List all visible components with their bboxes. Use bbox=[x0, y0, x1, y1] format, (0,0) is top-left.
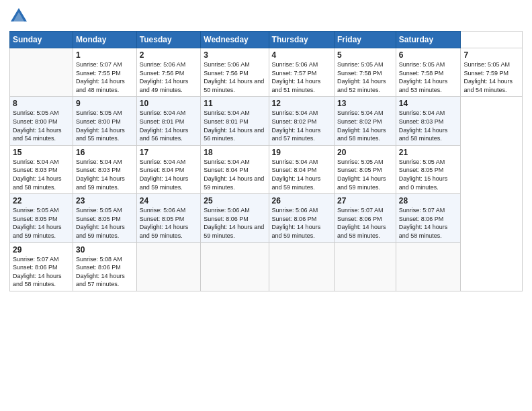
header-day-monday: Monday bbox=[73, 32, 137, 48]
day-number: 2 bbox=[140, 50, 197, 60]
day-info: Sunrise: 5:07 AMSunset: 8:06 PMDaylight:… bbox=[337, 207, 386, 239]
day-number: 20 bbox=[337, 148, 393, 157]
day-number: 7 bbox=[463, 50, 519, 60]
day-info: Sunrise: 5:05 AMSunset: 8:05 PMDaylight:… bbox=[76, 207, 125, 239]
day-number: 29 bbox=[13, 245, 70, 255]
calendar-cell bbox=[201, 242, 269, 291]
day-number: 21 bbox=[399, 148, 458, 157]
calendar-cell: 18Sunrise: 5:04 AMSunset: 8:04 PMDayligh… bbox=[201, 145, 269, 193]
day-info: Sunrise: 5:04 AMSunset: 8:01 PMDaylight:… bbox=[140, 109, 189, 142]
calendar-cell: 5Sunrise: 5:05 AMSunset: 7:58 PMDaylight… bbox=[335, 48, 396, 97]
day-info: Sunrise: 5:04 AMSunset: 8:03 PMDaylight:… bbox=[399, 109, 448, 142]
day-info: Sunrise: 5:06 AMSunset: 8:06 PMDaylight:… bbox=[204, 207, 264, 239]
calendar-cell: 22Sunrise: 5:05 AMSunset: 8:05 PMDayligh… bbox=[10, 194, 73, 242]
day-info: Sunrise: 5:05 AMSunset: 8:05 PMDaylight:… bbox=[13, 207, 62, 239]
day-number: 16 bbox=[76, 148, 134, 157]
day-info: Sunrise: 5:07 AMSunset: 8:06 PMDaylight:… bbox=[13, 256, 62, 288]
day-number: 26 bbox=[272, 196, 331, 205]
day-info: Sunrise: 5:05 AMSunset: 7:58 PMDaylight:… bbox=[399, 61, 448, 93]
calendar-week-row: 29Sunrise: 5:07 AMSunset: 8:06 PMDayligh… bbox=[10, 242, 523, 291]
day-info: Sunrise: 5:04 AMSunset: 8:01 PMDaylight:… bbox=[204, 109, 264, 142]
day-info: Sunrise: 5:07 AMSunset: 7:55 PMDaylight:… bbox=[76, 61, 125, 93]
day-number: 25 bbox=[204, 196, 265, 205]
calendar-cell bbox=[396, 242, 461, 291]
day-info: Sunrise: 5:07 AMSunset: 8:06 PMDaylight:… bbox=[399, 207, 448, 239]
calendar-cell: 20Sunrise: 5:05 AMSunset: 8:05 PMDayligh… bbox=[335, 145, 396, 193]
calendar-cell: 23Sunrise: 5:05 AMSunset: 8:05 PMDayligh… bbox=[73, 194, 137, 242]
calendar-cell bbox=[335, 242, 396, 291]
day-info: Sunrise: 5:06 AMSunset: 8:06 PMDaylight:… bbox=[272, 207, 321, 239]
day-number: 3 bbox=[204, 50, 265, 60]
calendar-cell: 21Sunrise: 5:05 AMSunset: 8:05 PMDayligh… bbox=[396, 145, 461, 193]
calendar-cell: 16Sunrise: 5:04 AMSunset: 8:03 PMDayligh… bbox=[73, 145, 137, 193]
calendar-cell: 15Sunrise: 5:04 AMSunset: 8:03 PMDayligh… bbox=[10, 145, 73, 193]
calendar-cell: 2Sunrise: 5:06 AMSunset: 7:56 PMDaylight… bbox=[136, 48, 200, 97]
calendar-cell: 7Sunrise: 5:05 AMSunset: 7:59 PMDaylight… bbox=[461, 48, 523, 97]
calendar-cell bbox=[136, 242, 200, 291]
day-info: Sunrise: 5:06 AMSunset: 7:56 PMDaylight:… bbox=[140, 61, 189, 93]
calendar-cell: 10Sunrise: 5:04 AMSunset: 8:01 PMDayligh… bbox=[136, 97, 200, 145]
header bbox=[9, 7, 523, 26]
day-info: Sunrise: 5:04 AMSunset: 8:04 PMDaylight:… bbox=[272, 158, 321, 191]
day-number: 22 bbox=[13, 196, 70, 205]
calendar-week-row: 22Sunrise: 5:05 AMSunset: 8:05 PMDayligh… bbox=[10, 194, 523, 242]
day-info: Sunrise: 5:04 AMSunset: 8:03 PMDaylight:… bbox=[76, 158, 125, 191]
day-number: 13 bbox=[337, 99, 393, 108]
day-number: 19 bbox=[272, 148, 331, 157]
calendar-week-row: 15Sunrise: 5:04 AMSunset: 8:03 PMDayligh… bbox=[10, 145, 523, 193]
day-info: Sunrise: 5:06 AMSunset: 7:57 PMDaylight:… bbox=[272, 61, 321, 93]
day-info: Sunrise: 5:05 AMSunset: 8:00 PMDaylight:… bbox=[13, 109, 62, 142]
calendar-cell: 6Sunrise: 5:05 AMSunset: 7:58 PMDaylight… bbox=[396, 48, 461, 97]
calendar-cell: 19Sunrise: 5:04 AMSunset: 8:04 PMDayligh… bbox=[269, 145, 334, 193]
calendar-cell: 9Sunrise: 5:05 AMSunset: 8:00 PMDaylight… bbox=[73, 97, 137, 145]
day-number: 30 bbox=[76, 245, 134, 255]
header-day-friday: Friday bbox=[335, 32, 396, 48]
day-info: Sunrise: 5:04 AMSunset: 8:04 PMDaylight:… bbox=[204, 158, 264, 191]
calendar-week-row: 8Sunrise: 5:05 AMSunset: 8:00 PMDaylight… bbox=[10, 97, 523, 145]
day-info: Sunrise: 5:05 AMSunset: 8:05 PMDaylight:… bbox=[337, 158, 386, 191]
day-number: 1 bbox=[76, 50, 134, 60]
calendar-cell: 29Sunrise: 5:07 AMSunset: 8:06 PMDayligh… bbox=[10, 242, 73, 291]
day-number: 14 bbox=[399, 99, 458, 108]
header-day-wednesday: Wednesday bbox=[201, 32, 269, 48]
calendar-cell: 27Sunrise: 5:07 AMSunset: 8:06 PMDayligh… bbox=[335, 194, 396, 242]
day-number: 11 bbox=[204, 99, 265, 108]
calendar-cell: 28Sunrise: 5:07 AMSunset: 8:06 PMDayligh… bbox=[396, 194, 461, 242]
logo bbox=[9, 7, 30, 26]
calendar-header-row: SundayMondayTuesdayWednesdayThursdayFrid… bbox=[10, 32, 523, 48]
day-info: Sunrise: 5:08 AMSunset: 8:06 PMDaylight:… bbox=[76, 256, 125, 288]
day-info: Sunrise: 5:04 AMSunset: 8:03 PMDaylight:… bbox=[13, 158, 62, 191]
calendar-cell: 4Sunrise: 5:06 AMSunset: 7:57 PMDaylight… bbox=[269, 48, 334, 97]
day-info: Sunrise: 5:05 AMSunset: 7:59 PMDaylight:… bbox=[463, 61, 513, 93]
day-number: 9 bbox=[76, 99, 134, 108]
calendar-cell: 1Sunrise: 5:07 AMSunset: 7:55 PMDaylight… bbox=[73, 48, 137, 97]
header-day-saturday: Saturday bbox=[396, 32, 461, 48]
day-number: 5 bbox=[337, 50, 393, 60]
calendar-week-row: 1Sunrise: 5:07 AMSunset: 7:55 PMDaylight… bbox=[10, 48, 523, 97]
day-number: 15 bbox=[13, 148, 70, 157]
day-number: 4 bbox=[272, 50, 331, 60]
calendar-cell: 30Sunrise: 5:08 AMSunset: 8:06 PMDayligh… bbox=[73, 242, 137, 291]
day-number: 23 bbox=[76, 196, 134, 205]
calendar-cell: 11Sunrise: 5:04 AMSunset: 8:01 PMDayligh… bbox=[201, 97, 269, 145]
calendar-cell: 8Sunrise: 5:05 AMSunset: 8:00 PMDaylight… bbox=[10, 97, 73, 145]
day-info: Sunrise: 5:04 AMSunset: 8:04 PMDaylight:… bbox=[140, 158, 189, 191]
header-day-tuesday: Tuesday bbox=[136, 32, 200, 48]
day-number: 18 bbox=[204, 148, 265, 157]
logo-icon bbox=[9, 7, 28, 26]
header-day-thursday: Thursday bbox=[269, 32, 334, 48]
calendar-cell: 12Sunrise: 5:04 AMSunset: 8:02 PMDayligh… bbox=[269, 97, 334, 145]
calendar-cell: 24Sunrise: 5:06 AMSunset: 8:05 PMDayligh… bbox=[136, 194, 200, 242]
page: SundayMondayTuesdayWednesdayThursdayFrid… bbox=[0, 0, 532, 411]
calendar-table: SundayMondayTuesdayWednesdayThursdayFrid… bbox=[9, 31, 523, 291]
calendar-cell: 26Sunrise: 5:06 AMSunset: 8:06 PMDayligh… bbox=[269, 194, 334, 242]
day-number: 8 bbox=[13, 99, 70, 108]
empty-cell bbox=[10, 48, 73, 97]
day-info: Sunrise: 5:06 AMSunset: 8:05 PMDaylight:… bbox=[140, 207, 189, 239]
day-number: 12 bbox=[272, 99, 331, 108]
day-info: Sunrise: 5:05 AMSunset: 8:00 PMDaylight:… bbox=[76, 109, 125, 142]
day-info: Sunrise: 5:04 AMSunset: 8:02 PMDaylight:… bbox=[337, 109, 386, 142]
day-number: 10 bbox=[140, 99, 197, 108]
calendar-cell: 14Sunrise: 5:04 AMSunset: 8:03 PMDayligh… bbox=[396, 97, 461, 145]
day-number: 17 bbox=[140, 148, 197, 157]
